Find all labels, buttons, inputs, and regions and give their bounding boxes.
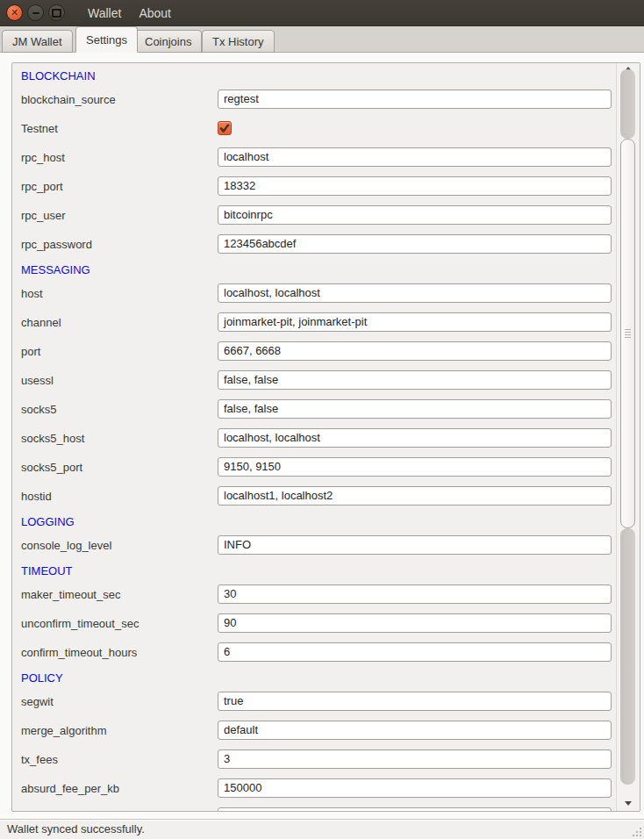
field-label: maker_timeout_sec	[21, 580, 120, 609]
absurd-fee-per-kb-input[interactable]: 150000	[218, 778, 612, 798]
scrollbar	[616, 63, 640, 811]
tab-tx-history[interactable]: Tx History	[202, 30, 275, 53]
field-row-rpc-host: rpc_hostlocalhost	[12, 143, 617, 172]
segwit-input[interactable]: true	[218, 692, 612, 711]
scrollbar-thumb[interactable]	[620, 139, 635, 528]
field-row-port: port6667, 6668	[12, 337, 617, 366]
field-label: socks5_port	[21, 453, 82, 482]
scrollbar-grip-icon	[625, 329, 631, 338]
menubar: WalletAbout	[81, 2, 178, 25]
rpc-password-input[interactable]: 123456abcdef	[218, 234, 612, 254]
field-row-socks5-host: socks5_hostlocalhost, localhost	[12, 424, 617, 453]
field-row-usessl: usesslfalse, false	[12, 366, 617, 395]
menu-item-about[interactable]: About	[132, 2, 178, 25]
field-row-merge-algorithm: merge_algorithmdefault	[12, 716, 617, 745]
field-label: console_log_level	[21, 531, 111, 560]
field-row-hostid: hostidlocalhost1, localhost2	[12, 482, 617, 511]
field-label: socks5	[21, 395, 56, 424]
field-row-confirm-timeout-hours: confirm_timeout_hours6	[12, 638, 617, 667]
channel-input[interactable]: joinmarket-pit, joinmarket-pit	[218, 312, 612, 332]
minimize-button[interactable]	[27, 4, 44, 21]
tab-bar: JM WalletSettingsCoinjoinsTx History	[0, 26, 644, 53]
clipped-input[interactable]	[218, 807, 612, 811]
field-label: unconfirm_timeout_sec	[21, 609, 139, 638]
host-input[interactable]: localhost, localhost	[218, 283, 612, 303]
field-label: port	[21, 337, 40, 366]
field-label: blockchain_source	[21, 85, 116, 114]
field-row-socks5-port: socks5_port9150, 9150	[12, 453, 617, 482]
section-header-messaging: MESSAGING	[12, 261, 617, 279]
confirm-timeout-hours-input[interactable]: 6	[218, 642, 612, 662]
field-row-rpc-password: rpc_password123456abcdef	[12, 230, 617, 259]
socks5-host-input[interactable]: localhost, localhost	[218, 428, 612, 448]
field-row-unconfirm-timeout-sec: unconfirm_timeout_sec90	[12, 609, 617, 638]
field-row	[12, 803, 617, 811]
maker-timeout-sec-input[interactable]: 30	[218, 584, 612, 604]
field-row-console-log-level: console_log_levelINFO	[12, 531, 617, 560]
merge-algorithm-input[interactable]: default	[218, 721, 612, 740]
field-label: confirm_timeout_hours	[21, 638, 137, 667]
status-message: Wallet synced successfully.	[7, 822, 145, 835]
field-row-absurd-fee-per-kb: absurd_fee_per_kb150000	[12, 774, 617, 803]
field-label: segwit	[21, 687, 54, 716]
tab-jm-wallet[interactable]: JM Wallet	[2, 30, 73, 53]
tab-coinjoins[interactable]: Coinjoins	[134, 30, 202, 53]
rpc-port-input[interactable]: 18332	[218, 176, 612, 196]
blockchain-source-input[interactable]: regtest	[218, 90, 612, 109]
unconfirm-timeout-sec-input[interactable]: 90	[218, 613, 612, 633]
section-header-logging: LOGGING	[12, 513, 617, 531]
field-row-blockchain-source: blockchain_sourceregtest	[12, 85, 617, 114]
field-row-maker-timeout-sec: maker_timeout_sec30	[12, 580, 617, 609]
rpc-host-input[interactable]: localhost	[218, 147, 612, 167]
field-label: rpc_port	[21, 172, 63, 201]
close-button[interactable]	[6, 4, 23, 21]
tab-content-pane: BLOCKCHAINblockchain_sourceregtestTestne…	[0, 53, 644, 819]
scrollbar-track-bottom[interactable]	[620, 528, 635, 785]
field-label: rpc_user	[21, 201, 66, 230]
field-row-segwit: segwittrue	[12, 687, 617, 716]
field-label: rpc_password	[21, 230, 92, 259]
rpc-user-input[interactable]: bitcoinrpc	[218, 205, 612, 225]
section-header-policy: POLICY	[12, 669, 617, 687]
field-label: Testnet	[21, 114, 58, 143]
port-input[interactable]: 6667, 6668	[218, 341, 612, 361]
socks5-input[interactable]: false, false	[218, 399, 612, 419]
field-label: hostid	[21, 482, 52, 511]
scrollbar-track-top[interactable]	[620, 69, 635, 139]
maximize-button[interactable]	[48, 4, 65, 21]
section-header-timeout: TIMEOUT	[12, 562, 617, 580]
field-label: usessl	[21, 366, 54, 395]
settings-scroll-area: BLOCKCHAINblockchain_sourceregtestTestne…	[11, 62, 640, 812]
field-label: channel	[21, 308, 61, 337]
field-label: tx_fees	[21, 745, 58, 774]
field-label: rpc_host	[21, 143, 65, 172]
console-log-level-input[interactable]: INFO	[218, 535, 612, 555]
titlebar: WalletAbout	[0, 0, 644, 26]
tab-settings[interactable]: Settings	[75, 26, 138, 53]
field-row-host: hostlocalhost, localhost	[12, 279, 617, 308]
hostid-input[interactable]: localhost1, localhost2	[218, 486, 612, 506]
field-label: host	[21, 279, 43, 308]
resize-grip[interactable]	[631, 826, 641, 836]
field-row-socks5: socks5false, false	[12, 395, 617, 424]
menu-item-wallet[interactable]: Wallet	[81, 2, 128, 25]
socks5-port-input[interactable]: 9150, 9150	[218, 457, 612, 477]
tx-fees-input[interactable]: 3	[218, 749, 612, 769]
field-row-tx-fees: tx_fees3	[12, 745, 617, 774]
field-row-channel: channeljoinmarket-pit, joinmarket-pit	[12, 308, 617, 337]
field-label: absurd_fee_per_kb	[21, 774, 119, 803]
section-header-blockchain: BLOCKCHAIN	[12, 67, 617, 85]
field-label: merge_algorithm	[21, 716, 107, 745]
field-label: socks5_host	[21, 424, 84, 453]
scroll-down-arrow-icon[interactable]	[625, 801, 632, 806]
field-row-rpc-port: rpc_port18332	[12, 172, 617, 201]
field-row-rpc-user: rpc_userbitcoinrpc	[12, 201, 617, 230]
window-controls	[6, 4, 65, 21]
status-bar: Wallet synced successfully.	[0, 819, 644, 839]
usessl-input[interactable]: false, false	[218, 370, 612, 390]
testnet-checkbox[interactable]	[218, 121, 232, 135]
field-row-testnet: Testnet	[12, 114, 617, 143]
check-icon	[219, 124, 230, 133]
settings-form: BLOCKCHAINblockchain_sourceregtestTestne…	[12, 63, 617, 811]
